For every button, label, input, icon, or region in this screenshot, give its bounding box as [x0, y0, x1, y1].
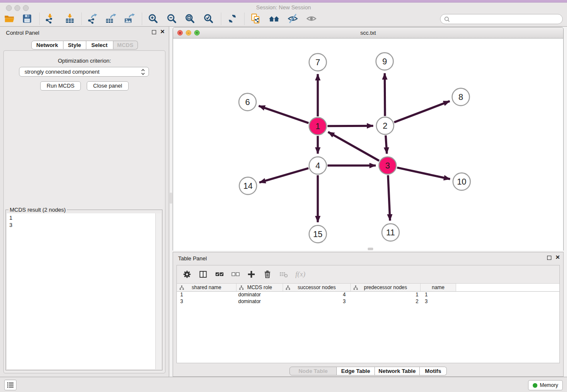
deselect-checkboxes-icon[interactable]: [231, 270, 239, 279]
graph-node-3[interactable]: 3: [379, 157, 396, 174]
table-cell[interactable]: 1: [421, 292, 456, 298]
search-field[interactable]: [440, 14, 563, 24]
graph-node-10[interactable]: 10: [453, 173, 471, 190]
graph-edge-2-8[interactable]: [394, 101, 450, 122]
float-table-panel-icon[interactable]: [547, 256, 551, 260]
close-panel-icon[interactable]: ×: [160, 28, 165, 36]
eye-icon[interactable]: [306, 13, 317, 24]
eye-slash-icon[interactable]: [287, 13, 298, 24]
save-floppy-icon[interactable]: [22, 13, 33, 24]
graph-node-2[interactable]: 2: [377, 117, 394, 135]
tab-mcds[interactable]: MCDS: [113, 41, 138, 50]
graph-node-7[interactable]: 7: [309, 54, 327, 71]
graph-edge-3-11[interactable]: [388, 175, 390, 221]
search-icon: [444, 16, 450, 22]
export-network-icon[interactable]: [87, 13, 98, 24]
mcds-result-text[interactable]: 1 3: [7, 213, 155, 369]
column-header-predecessor-nodes[interactable]: predecessor nodes: [351, 284, 421, 291]
graph-node-14[interactable]: 14: [239, 177, 257, 195]
status-bar: Memory: [0, 377, 567, 392]
import-table-icon[interactable]: [64, 13, 75, 24]
panel-splitter[interactable]: [169, 27, 173, 377]
canvas-scrollbar-nub[interactable]: [368, 248, 373, 250]
split-columns-icon[interactable]: [199, 270, 207, 279]
graph-node-label: 11: [386, 228, 395, 237]
column-header-name[interactable]: name: [421, 284, 456, 291]
criterion-select[interactable]: strongly connected component: [19, 67, 149, 77]
graph-node-8[interactable]: 8: [452, 88, 470, 106]
export-table-icon[interactable]: [105, 13, 116, 24]
close-panel-button[interactable]: Close panel: [87, 81, 129, 91]
column-header-mcds-role[interactable]: MCDS role: [237, 284, 283, 291]
tab-network-table[interactable]: Network Table: [375, 367, 420, 375]
application-window: Session: New Session: [0, 0, 567, 392]
table-cell[interactable]: 4: [283, 292, 351, 298]
graph-node-4[interactable]: 4: [309, 157, 327, 174]
graph-node-15[interactable]: 15: [309, 226, 327, 243]
gear-icon[interactable]: [183, 270, 191, 279]
graph-edge-4-14[interactable]: [259, 168, 308, 182]
tab-motifs[interactable]: Motifs: [420, 367, 447, 375]
network-graph[interactable]: 7968124314101511: [173, 39, 563, 251]
trash-icon[interactable]: [263, 270, 272, 279]
close-table-panel-icon[interactable]: ×: [556, 253, 560, 262]
zoom-selected-icon[interactable]: [203, 13, 214, 24]
column-header-shared-name[interactable]: shared name: [177, 284, 237, 291]
clone-network-icon[interactable]: [250, 13, 261, 24]
network-window-titlebar[interactable]: × − + scc.txt: [173, 28, 563, 39]
splitter-handle[interactable]: [170, 193, 172, 204]
table-row[interactable]: 1dominator411: [177, 292, 559, 298]
app-title: Session: New Session: [0, 4, 567, 11]
graph-edge-3-1[interactable]: [328, 132, 379, 161]
memory-button[interactable]: Memory: [528, 380, 563, 390]
table-cell[interactable]: 3: [177, 298, 237, 305]
graph-node-11[interactable]: 11: [382, 224, 399, 241]
search-input[interactable]: [452, 16, 562, 22]
table-cell[interactable]: 2: [351, 298, 421, 305]
graph-node-9[interactable]: 9: [376, 53, 394, 70]
column-header-filler: [456, 284, 559, 291]
control-panel-tabs: NetworkStyleSelectMCDS: [0, 41, 169, 50]
task-history-button[interactable]: [4, 380, 17, 390]
tab-edge-table[interactable]: Edge Table: [337, 367, 375, 375]
network-canvas[interactable]: 7968124314101511: [173, 39, 563, 251]
table-cell[interactable]: dominator: [237, 298, 283, 305]
run-mcds-button[interactable]: Run MCDS: [40, 81, 81, 91]
list-icon: [7, 382, 14, 388]
houses-icon[interactable]: [269, 13, 280, 24]
graph-edge-3-10[interactable]: [397, 168, 450, 179]
tab-style[interactable]: Style: [63, 41, 86, 50]
network-window-title: scc.txt: [173, 30, 563, 36]
memory-status-icon: [533, 383, 537, 388]
tab-select[interactable]: Select: [86, 41, 113, 50]
graph-edge-1-6[interactable]: [259, 106, 308, 123]
graph-node-1[interactable]: 1: [309, 118, 327, 135]
graph-edge-2-9[interactable]: [385, 73, 385, 116]
tab-node-table[interactable]: Node Table: [289, 367, 337, 375]
zoom-out-icon[interactable]: [166, 13, 177, 24]
mcds-panel: Optimization criterion: strongly connect…: [3, 50, 165, 373]
table-row[interactable]: 3dominator323: [177, 298, 559, 305]
refresh-icon[interactable]: [227, 13, 238, 24]
import-network-icon[interactable]: [44, 13, 55, 24]
select-all-checkboxes-icon[interactable]: [215, 270, 223, 279]
table-cell[interactable]: 1: [177, 292, 237, 298]
graph-node-6[interactable]: 6: [239, 94, 256, 111]
zoom-fit-icon[interactable]: [184, 13, 195, 24]
table-cell[interactable]: 3: [421, 298, 456, 305]
tab-network[interactable]: Network: [31, 41, 63, 50]
mcds-result-title: MCDS result (2 nodes): [8, 207, 67, 213]
export-image-icon[interactable]: [124, 13, 135, 24]
column-header-successor-nodes[interactable]: successor nodes: [283, 284, 351, 291]
table-cell[interactable]: 1: [351, 292, 421, 298]
graph-edge-1-2[interactable]: [328, 126, 373, 126]
mcds-result-scrollbar[interactable]: [155, 213, 161, 369]
table-cell[interactable]: dominator: [237, 292, 283, 298]
zoom-in-icon[interactable]: [148, 13, 159, 24]
open-folder-icon[interactable]: [4, 13, 15, 24]
graph-edge-2-3[interactable]: [385, 135, 387, 154]
float-panel-icon[interactable]: [152, 30, 156, 34]
add-row-icon[interactable]: [247, 270, 256, 279]
hierarchy-icon: [286, 285, 290, 291]
table-cell[interactable]: 3: [283, 298, 351, 305]
